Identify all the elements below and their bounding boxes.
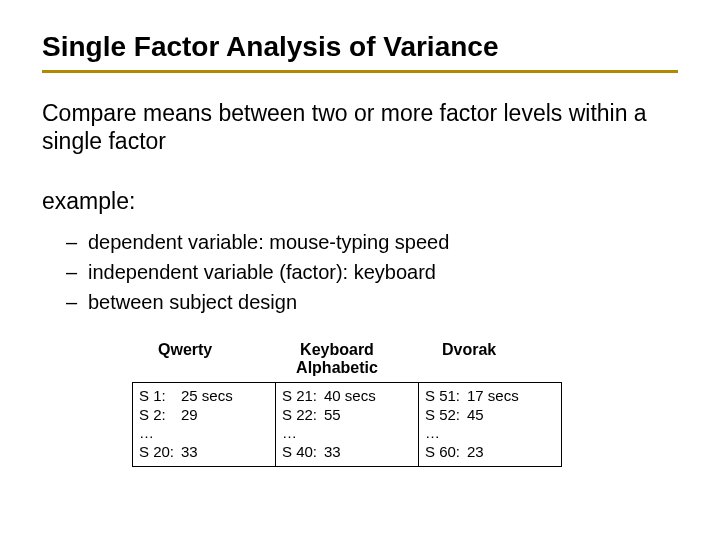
subject-id: S 2: [139,406,181,425]
bullet-dash: – [66,227,88,257]
col-header-alphabetic: Keyboard Alphabetic [262,341,412,378]
value [467,424,555,443]
table-cell: … [139,424,269,443]
bullet-text: dependent variable: mouse-typing speed [88,227,449,257]
subject-id: … [425,424,467,443]
table-cell: S 51:17 secs [425,387,555,406]
table-col-qwerty: S 1:25 secs S 2:29 … S 20:33 [133,383,275,466]
table-cell: S 20:33 [139,443,269,462]
body-text: Compare means between two or more factor… [42,99,678,157]
bullet-item: – independent variable (factor): keyboar… [66,257,678,287]
table-body: S 1:25 secs S 2:29 … S 20:33 S 21:40 sec… [132,382,562,467]
value: 33 [324,443,412,462]
table-col-alphabetic: S 21:40 secs S 22:55 … S 40:33 [275,383,418,466]
value: 17 secs [467,387,555,406]
bullet-item: – between subject design [66,287,678,317]
bullet-dash: – [66,257,88,287]
bullet-list: – dependent variable: mouse-typing speed… [66,227,678,317]
data-table: Qwerty Keyboard Alphabetic Dvorak S 1:25… [132,341,562,467]
slide: Single Factor Analysis of Variance Compa… [0,0,720,540]
table-cell: S 21:40 secs [282,387,412,406]
value: 45 [467,406,555,425]
bullet-item: – dependent variable: mouse-typing speed [66,227,678,257]
value: 33 [181,443,269,462]
table-cell: … [282,424,412,443]
value [324,424,412,443]
col-header-label: Alphabetic [296,359,378,376]
subject-id: S 40: [282,443,324,462]
table-cell: S 22:55 [282,406,412,425]
table-cell: S 1:25 secs [139,387,269,406]
subject-id: S 51: [425,387,467,406]
table-cell: S 40:33 [282,443,412,462]
col-header-dvorak: Dvorak [412,341,542,378]
subject-id: S 22: [282,406,324,425]
value: 29 [181,406,269,425]
example-label: example: [42,188,678,215]
bullet-text: between subject design [88,287,297,317]
value [181,424,269,443]
subject-id: … [139,424,181,443]
subject-id: S 52: [425,406,467,425]
slide-title: Single Factor Analysis of Variance [42,30,678,73]
table-header-row: Qwerty Keyboard Alphabetic Dvorak [132,341,562,378]
value: 55 [324,406,412,425]
bullet-dash: – [66,287,88,317]
value: 40 secs [324,387,412,406]
subject-id: S 21: [282,387,324,406]
subject-id: … [282,424,324,443]
super-header: Keyboard [262,341,412,359]
table-cell: S 2:29 [139,406,269,425]
table-cell: S 60:23 [425,443,555,462]
bullet-text: independent variable (factor): keyboard [88,257,436,287]
subject-id: S 60: [425,443,467,462]
value: 23 [467,443,555,462]
table-cell: … [425,424,555,443]
table-cell: S 52:45 [425,406,555,425]
col-header-qwerty: Qwerty [132,341,262,378]
subject-id: S 1: [139,387,181,406]
table-col-dvorak: S 51:17 secs S 52:45 … S 60:23 [418,383,561,466]
value: 25 secs [181,387,269,406]
subject-id: S 20: [139,443,181,462]
